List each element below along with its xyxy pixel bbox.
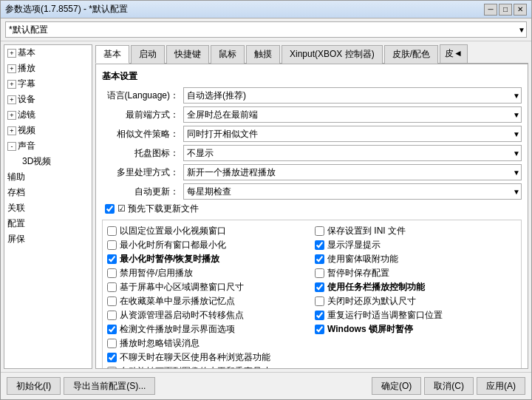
maximize-button[interactable]: □ xyxy=(499,4,512,16)
cb-windows-lock: Windows 锁屏时暂停 xyxy=(315,323,516,336)
tree-item-audio[interactable]: - 声音 xyxy=(4,138,92,154)
init-button[interactable]: 初始化(I) xyxy=(7,377,61,395)
expander-subtitle[interactable]: + xyxy=(7,80,16,89)
apply-button[interactable]: 应用(A) xyxy=(477,377,525,395)
tree-item-basic[interactable]: + 基本 xyxy=(4,45,92,61)
multi-process-dropdown-wrapper: 新开一个播放进程播放 ▼ xyxy=(183,164,522,180)
cb-save-ini-input[interactable] xyxy=(315,226,324,236)
cb-no-focus-input[interactable] xyxy=(107,311,117,320)
foreground-row: 最前端方式： 全屏时总在最前端 ▼ xyxy=(102,106,522,123)
tab-skin[interactable]: 皮肤/配色 xyxy=(384,45,438,64)
cb-show-ui: 检测文件播放时显示界面选项 xyxy=(107,323,309,336)
tab-touch[interactable]: 触摸 xyxy=(246,45,280,64)
language-dropdown-wrapper: 自动选择(推荐) ▼ xyxy=(183,87,522,104)
tab-xinput[interactable]: Xinput(XBOX 控制器) xyxy=(282,45,383,64)
bottom-bar-left: 初始化(I) 导出当前配置(S)... xyxy=(7,377,155,395)
ok-button[interactable]: 确定(O) xyxy=(372,377,421,395)
cb-adjust-pos: 重复运行时适当调整窗口位置 xyxy=(315,309,516,322)
tree-item-assist[interactable]: 辅助 xyxy=(4,169,92,185)
cb-minimize-all-input[interactable] xyxy=(107,240,117,250)
cb-bookmark-menu-input[interactable] xyxy=(107,296,117,306)
checkboxes-section: 以固定位置最小化视频窗口 保存设置到 INI 文件 最小化时所有窗口都最小化 显… xyxy=(102,220,522,369)
export-button[interactable]: 导出当前配置(S)... xyxy=(64,377,155,395)
similar-file-select[interactable]: 同时打开相似文件 xyxy=(183,126,522,142)
cb-save-on-pause-input[interactable] xyxy=(315,268,324,278)
cb-show-tooltip: 显示浮显提示 xyxy=(315,239,516,251)
foreground-select[interactable]: 全屏时总在最前端 xyxy=(183,106,522,123)
tree-item-3dvideo[interactable]: 3D视频 xyxy=(4,154,92,169)
cb-snap: 使用窗体吸附功能 xyxy=(315,253,516,265)
profile-select[interactable]: *默认配置 xyxy=(5,21,527,38)
cb-show-ui-input[interactable] xyxy=(107,325,117,334)
cb-center-resize: 基于屏幕中心区域调整窗口尺寸 xyxy=(107,281,309,294)
tabs-bar: 基本 启动 快捷键 鼠标 触摸 Xinput(XBOX 控制器) 皮肤/配色 皮… xyxy=(95,44,528,64)
auto-update-select[interactable]: 每星期检查 xyxy=(183,183,522,200)
tab-basic[interactable]: 基本 xyxy=(95,45,129,64)
tree-item-device[interactable]: + 设备 xyxy=(4,92,92,107)
tree-item-playback[interactable]: + 播放 xyxy=(4,61,92,76)
bottom-bar: 初始化(I) 导出当前配置(S)... 确定(O) 取消(C) 应用(A) xyxy=(1,372,531,399)
cb-auto-rotate-input[interactable] xyxy=(107,367,117,369)
cb-ignore-errors-input[interactable] xyxy=(107,339,117,348)
language-select[interactable]: 自动选择(推荐) xyxy=(183,87,522,104)
cb-minimize-pause-input[interactable] xyxy=(107,254,117,264)
tree-item-subtitle[interactable]: + 字幕 xyxy=(4,76,92,92)
cb-bookmark-menu: 在收藏菜单中显示播放记忆点 xyxy=(107,295,309,308)
tab-hotkeys[interactable]: 快捷键 xyxy=(166,45,209,64)
section-title-basic: 基本设置 xyxy=(102,70,522,83)
tab-more[interactable]: 皮◄ xyxy=(440,44,468,63)
cb-center-resize-input[interactable] xyxy=(107,282,117,292)
cancel-button[interactable]: 取消(C) xyxy=(424,377,474,395)
tray-icon-label: 托盘图标： xyxy=(102,147,183,160)
multi-process-select[interactable]: 新开一个播放进程播放 xyxy=(183,164,522,180)
toolbar: *默认配置 ▼ xyxy=(1,18,531,41)
main-content: + 基本 + 播放 + 字幕 + 设备 + 滤镜 + 视频 xyxy=(1,41,531,372)
expander-filter[interactable]: + xyxy=(7,111,16,120)
expander-audio[interactable]: - xyxy=(7,142,16,151)
multi-process-row: 多里处理方式： 新开一个播放进程播放 ▼ xyxy=(102,164,522,180)
tab-mouse[interactable]: 鼠标 xyxy=(211,45,245,64)
cb-restore-size: 关闭时还原为默认尺寸 xyxy=(315,295,516,308)
similar-file-row: 相似文件策略： 同时打开相似文件 ▼ xyxy=(102,126,522,142)
tab-startup[interactable]: 启动 xyxy=(131,45,165,64)
pre-download-checkbox[interactable] xyxy=(105,204,115,214)
expander-video[interactable]: + xyxy=(7,126,16,135)
cb-save-on-pause: 暂停时保存配置 xyxy=(315,267,516,279)
cb-save-ini: 保存设置到 INI 文件 xyxy=(315,225,516,237)
title-bar: 参数选项(1.7.8557) - *默认配置 ─ □ ✕ xyxy=(1,1,531,18)
tree-item-screensaver[interactable]: 屏保 xyxy=(4,231,92,247)
tree-item-archive[interactable]: 存档 xyxy=(4,185,92,200)
cb-disable-pause-input[interactable] xyxy=(107,268,117,278)
cb-minimize-pos: 以固定位置最小化视频窗口 xyxy=(107,225,309,237)
foreground-label: 最前端方式： xyxy=(102,109,183,121)
cb-restore-size-input[interactable] xyxy=(315,296,324,306)
tree-item-video[interactable]: + 视频 xyxy=(4,123,92,138)
language-row: 语言(Language)： 自动选择(推荐) ▼ xyxy=(102,87,522,104)
cb-browser-input[interactable] xyxy=(107,353,117,362)
cb-show-tooltip-input[interactable] xyxy=(315,240,324,250)
minimize-button[interactable]: ─ xyxy=(484,4,497,16)
tree-panel: + 基本 + 播放 + 字幕 + 设备 + 滤镜 + 视频 xyxy=(4,44,92,369)
multi-process-label: 多里处理方式： xyxy=(102,166,183,179)
right-panel: 基本 启动 快捷键 鼠标 触摸 Xinput(XBOX 控制器) 皮肤/配色 皮… xyxy=(95,44,528,369)
cb-no-focus: 从资源管理器启动时不转移焦点 xyxy=(107,309,309,322)
cb-adjust-pos-input[interactable] xyxy=(315,311,324,320)
close-button[interactable]: ✕ xyxy=(514,4,527,16)
cb-browser: 不聊天时在聊天区使用各种浏览器功能 xyxy=(107,351,309,364)
tree-item-association[interactable]: 关联 xyxy=(4,200,92,216)
cb-taskbar-control: 使用任务栏播放控制功能 xyxy=(315,281,516,294)
cb-windows-lock-input[interactable] xyxy=(315,325,324,334)
cb-minimize-pos-input[interactable] xyxy=(107,226,117,236)
language-label: 语言(Language)： xyxy=(102,89,183,102)
pre-download-label: ☑ 预先下载更新文件 xyxy=(117,203,199,215)
expander-device[interactable]: + xyxy=(7,95,16,104)
window-controls: ─ □ ✕ xyxy=(484,4,527,16)
expander-basic[interactable]: + xyxy=(7,49,16,58)
tray-icon-select[interactable]: 不显示 xyxy=(183,145,522,161)
tree-item-filter[interactable]: + 滤镜 xyxy=(4,107,92,123)
expander-playback[interactable]: + xyxy=(7,64,16,73)
tree-item-config[interactable]: 配置 xyxy=(4,216,92,231)
cb-snap-input[interactable] xyxy=(315,254,324,264)
cb-taskbar-control-input[interactable] xyxy=(315,282,324,292)
main-window: 参数选项(1.7.8557) - *默认配置 ─ □ ✕ *默认配置 ▼ + 基… xyxy=(0,0,532,400)
